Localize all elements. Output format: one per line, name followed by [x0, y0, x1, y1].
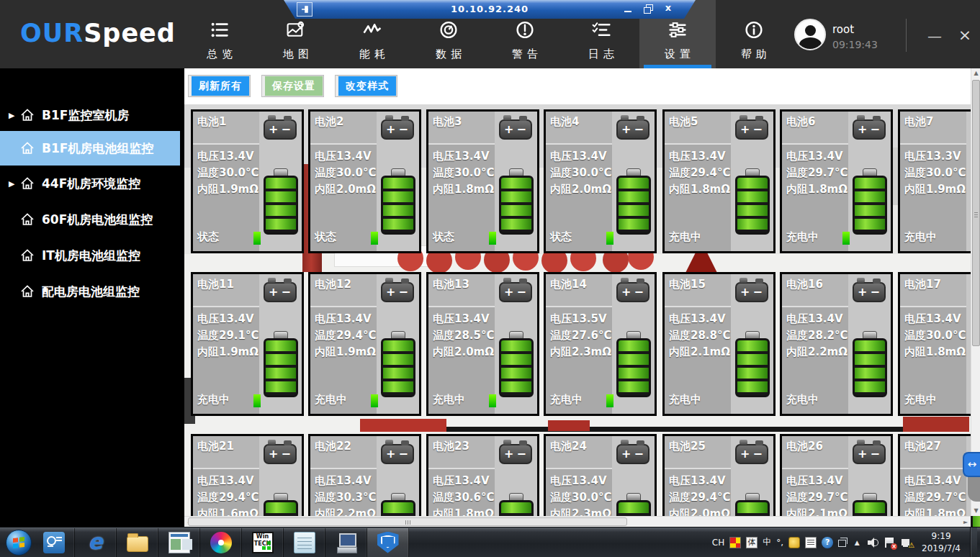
- battery-name: 电池14: [550, 278, 587, 291]
- tray-window-restore-icon[interactable]: [838, 540, 846, 547]
- battery-card-电池23[interactable]: 电池23 +− 电压13.4V 温度30.6°C 内阻1.8mΩ: [426, 434, 539, 527]
- status-indicator-icon: [489, 394, 496, 407]
- battery-card-电池17[interactable]: 电池17 +− 电压13.4V 温度30.0°C 内阻1.8mΩ 充电中: [898, 272, 980, 416]
- resistance-line: 内阻1.8mΩ: [904, 345, 966, 359]
- app-close-button[interactable]: ×: [955, 26, 975, 45]
- start-button[interactable]: [4, 528, 33, 557]
- taskbar-scada-window-app[interactable]: [158, 528, 200, 557]
- battery-card-电池2[interactable]: 电池2 +− 电压13.4V 温度30.0°C 内阻2.0mΩ 状态: [308, 109, 421, 253]
- ime-pinyin-icon[interactable]: [729, 537, 741, 548]
- rdp-connection-bar[interactable]: 10.10.92.240 x: [272, 0, 707, 19]
- tray-tool-icon[interactable]: [788, 537, 800, 548]
- vertical-scrollbar[interactable]: ▲ ▼: [971, 68, 980, 516]
- voltage-line: 电压13.4V: [904, 474, 961, 488]
- sidebar-item-6[interactable]: 配电房电池组监控: [0, 277, 180, 306]
- network-warning-icon[interactable]: ⚠: [901, 537, 912, 548]
- voltage-line: 电压13.4V: [315, 150, 372, 163]
- temperature-line: 温度29.4°C: [197, 491, 259, 504]
- battery-card-电池24[interactable]: 电池24 +− 电压13.4V 温度30.0°C 内阻2.3mΩ: [544, 434, 657, 527]
- expand-arrow-icon[interactable]: ▶: [9, 111, 20, 120]
- refresh-all-button[interactable]: 刷新所有: [189, 76, 250, 96]
- battery-card-电池1[interactable]: 电池1 +− 电压13.4V 温度30.0°C 内阻1.9mΩ 状态: [191, 109, 304, 253]
- voltage-line: 电压13.4V: [315, 474, 372, 488]
- tray-help-icon[interactable]: ?: [822, 537, 833, 548]
- rdp-close-button[interactable]: x: [662, 2, 674, 15]
- ime-shape-icon[interactable]: 体: [746, 537, 758, 548]
- battery-card-电池25[interactable]: 电池25 +− 电压13.4V 温度29.4°C 内阻2.0mΩ: [662, 434, 776, 527]
- battery-card-电池5[interactable]: 电池5 +− 电压13.4V 温度29.4°C 内阻1.8mΩ 充电中: [662, 109, 776, 253]
- tray-document-icon[interactable]: [805, 537, 817, 548]
- nav-item-help[interactable]: 帮助: [716, 0, 792, 68]
- horizontal-scrollbar-thumb[interactable]: [188, 517, 627, 526]
- resistance-line: 内阻2.0mΩ: [550, 183, 611, 196]
- battery-card-电池12[interactable]: 电池12 +− 电压13.4V 温度29.4°C 内阻1.9mΩ 充电中: [308, 272, 421, 416]
- battery-card-电池3[interactable]: 电池3 +− 电压13.4V 温度30.0°C 内阻1.8mΩ 状态: [426, 109, 539, 253]
- ime-chinese-mode[interactable]: 中: [763, 536, 771, 548]
- taskbar-monitor-shield-app[interactable]: [367, 528, 409, 557]
- scroll-right-arrow-icon[interactable]: ►: [961, 517, 971, 527]
- battery-card-电池15[interactable]: 电池15 +− 电压13.4V 温度28.8°C 内阻2.1mΩ 充电中: [662, 272, 776, 416]
- clock-date: 2019/7/4: [922, 543, 961, 554]
- sidebar-item-label: 44F机房环境监控: [42, 176, 140, 192]
- edge-panel-toggle[interactable]: ↔: [963, 452, 980, 477]
- battery-name: 电池16: [786, 278, 823, 291]
- battery-terminal-icon: +−: [381, 282, 414, 302]
- temperature-line: 温度30.0°C: [904, 166, 966, 180]
- battery-status: 充电中: [197, 393, 230, 407]
- scroll-down-arrow-icon[interactable]: ▼: [971, 506, 980, 516]
- expand-arrow-icon[interactable]: ▶: [9, 179, 20, 189]
- save-settings-button[interactable]: 保存设置: [262, 76, 323, 96]
- battery-card-电池16[interactable]: 电池16 +− 电压13.4V 温度28.2°C 内阻2.2mΩ 充电中: [780, 272, 893, 416]
- battery-status: 状态: [550, 230, 572, 244]
- app-minimize-button[interactable]: —: [925, 27, 945, 45]
- battery-name: 电池15: [669, 278, 706, 291]
- rdp-minimize-button[interactable]: [622, 2, 634, 15]
- sidebar-item-2[interactable]: B1F机房电池组监控: [0, 131, 180, 166]
- show-desktop-button[interactable]: [970, 527, 977, 557]
- energy-icon: [363, 20, 382, 40]
- taskbar-wintech-app[interactable]: Win TECH: [242, 528, 284, 557]
- language-indicator[interactable]: CH: [712, 538, 724, 548]
- taskbar-internet-explorer[interactable]: e: [75, 528, 117, 557]
- sidebar-item-4[interactable]: 60F机房电池组监控: [0, 205, 180, 234]
- sidebar-item-1[interactable]: ▶ B1F监控室机房: [0, 101, 180, 130]
- hidden-icons-arrow-icon[interactable]: ▲: [851, 537, 863, 548]
- sidebar-item-5[interactable]: IT机房电池组监控: [0, 241, 180, 270]
- map-icon: [287, 20, 306, 40]
- battery-card-电池21[interactable]: 电池21 +− 电压13.4V 温度29.4°C 内阻1.6mΩ: [191, 434, 304, 527]
- taskbar-hmi-config-app[interactable]: [33, 528, 75, 557]
- battery-card-电池26[interactable]: 电池26 +− 电压13.4V 温度29.7°C 内阻2.1mΩ: [780, 434, 893, 527]
- taskbar-notepad-app[interactable]: [284, 528, 325, 557]
- battery-card-电池6[interactable]: 电池6 +− 电压13.4V 温度29.7°C 内阻1.8mΩ 充电中: [780, 109, 893, 253]
- settings-icon: [668, 20, 688, 40]
- rdp-restore-button[interactable]: [642, 2, 654, 15]
- vertical-scrollbar-thumb[interactable]: [972, 80, 980, 346]
- horizontal-scrollbar[interactable]: ◄ ►: [184, 516, 971, 527]
- ime-punctuation[interactable]: °,: [776, 538, 783, 548]
- temperature-line: 温度30.0°C: [197, 166, 259, 180]
- temperature-line: 温度29.1°C: [197, 329, 259, 343]
- nav-item-overview[interactable]: 总览: [181, 0, 258, 68]
- user-avatar[interactable]: [794, 19, 826, 50]
- battery-card-电池14[interactable]: 电池14 +− 电压13.5V 温度27.6°C 内阻2.3mΩ 充电中: [544, 272, 657, 416]
- scroll-up-arrow-icon[interactable]: ▲: [971, 68, 980, 78]
- action-center-flag-icon[interactable]: ×: [884, 537, 896, 548]
- volume-icon[interactable]: [868, 537, 879, 548]
- change-style-button[interactable]: 改变样式: [336, 76, 397, 96]
- battery-card-电池22[interactable]: 电池22 +− 电压13.4V 温度30.3°C 内阻2.2mΩ: [308, 434, 421, 527]
- taskbar-windows-explorer[interactable]: [117, 528, 158, 557]
- battery-terminal-icon: +−: [264, 282, 297, 302]
- nav-label-log: 日志: [563, 47, 639, 61]
- taskbar-color-wheel-app[interactable]: [200, 528, 242, 557]
- data-icon: [439, 20, 459, 40]
- battery-card-电池13[interactable]: 电池13 +− 电压13.4V 温度28.5°C 内阻2.0mΩ 充电中: [426, 272, 539, 416]
- taskbar-clock[interactable]: 9:19 2019/7/4: [917, 530, 965, 553]
- taskbar-workstation-app[interactable]: [325, 528, 367, 557]
- home-icon: [20, 141, 36, 155]
- battery-card-电池11[interactable]: 电池11 +− 电压13.4V 温度29.1°C 内阻1.9mΩ 充电中: [191, 272, 304, 416]
- battery-card-电池7[interactable]: 电池7 +− 电压13.3V 温度30.0°C 内阻1.9mΩ 充电中: [898, 109, 980, 253]
- main-content: 刷新所有保存设置改变样式 电池1 +− 电压13.4V 温度30.0°C 内阻1…: [184, 68, 980, 527]
- battery-card-电池4[interactable]: 电池4 +− 电压13.4V 温度30.0°C 内阻2.0mΩ 状态: [544, 109, 657, 253]
- windows-flag-icon: [13, 536, 24, 548]
- sidebar-item-3[interactable]: ▶ 44F机房环境监控: [0, 169, 180, 198]
